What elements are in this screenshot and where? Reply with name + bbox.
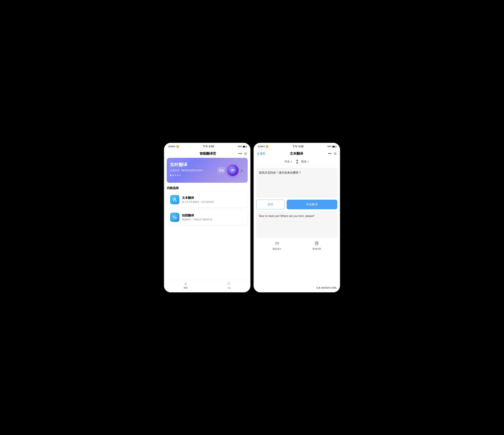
banner-sphere-inner	[230, 167, 236, 173]
home-tab-icon: ⌂	[184, 281, 187, 286]
svg-rect-6	[173, 199, 174, 200]
svg-rect-5	[173, 199, 175, 199]
record-icon-right[interactable]: ⊙	[334, 152, 337, 155]
back-label: 返回	[260, 152, 265, 155]
source-lang-label: 中文	[285, 160, 290, 163]
battery-percent-right: 64%	[327, 145, 332, 148]
action-buttons: 清空 开始翻译	[254, 200, 340, 211]
left-header-icons: ••• ⊙	[238, 152, 247, 155]
source-lang-button[interactable]: 中文 ▼	[285, 160, 292, 163]
svg-rect-1	[231, 170, 234, 171]
section-title: 功能选择	[164, 186, 250, 192]
text-translation-info: 文本翻译 输入文字直接翻译，纯正地道发音	[182, 196, 214, 203]
tab-home[interactable]: ⌂ 首页	[164, 281, 207, 290]
text-translation-title: 文本翻译	[182, 196, 214, 200]
svg-text:Aa: Aa	[175, 217, 177, 219]
banner-graphic: Aa 🔊	[217, 164, 244, 176]
source-lang-arrow-icon: ▼	[290, 161, 292, 163]
more-icon-left[interactable]: •••	[238, 152, 242, 155]
swap-lang-button[interactable]	[295, 159, 299, 164]
output-text-area: Nice to meet you! Where are you from, pl…	[256, 211, 337, 238]
play-translation-button[interactable]: 播放译文	[273, 241, 281, 250]
input-text-area[interactable]: 很高兴见到你！请问你来自哪里？	[256, 168, 337, 198]
watermark: 头条 @职场办公技能	[315, 286, 337, 290]
banner-dot-2[interactable]	[172, 175, 174, 176]
wifi-icon: 📶	[176, 145, 179, 148]
home-tab-label: 首页	[184, 286, 188, 289]
banner-dot-5[interactable]	[179, 175, 181, 176]
record-icon-left[interactable]: ⊙	[244, 152, 247, 155]
banner-sphere	[227, 164, 239, 176]
banner-dot-1[interactable]	[170, 175, 171, 176]
photo-translation-icon-wrap: C Aa	[170, 213, 179, 222]
banner-wave-icon: 🔊	[240, 168, 244, 172]
right-time: 下午 6:56	[292, 145, 304, 148]
input-text: 很高兴见到你！请问你来自哪里？	[259, 171, 301, 174]
feature-photo-translation[interactable]: C Aa 拍照翻译 随拍随译，可编辑文字翻译区域	[167, 210, 248, 225]
left-phone: 无SIM卡 📶 下午 6:56 65% 智能翻译官 ••• ⊙	[164, 143, 250, 292]
translate-button[interactable]: 开始翻译	[287, 200, 337, 209]
left-status-left: 无SIM卡 📶	[168, 145, 179, 148]
copy-result-button[interactable]: 复制结果	[312, 241, 321, 250]
left-status-right: 65%	[238, 145, 246, 148]
play-icon	[275, 241, 279, 246]
target-lang-label: 英语	[301, 160, 306, 163]
back-button[interactable]: ❮ 返回	[257, 152, 265, 155]
battery-icon-right	[332, 146, 336, 147]
lang-selector: 中文 ▼ 英语 ▼	[254, 158, 340, 166]
output-text: Nice to meet you! Where are you from, pl…	[259, 215, 315, 218]
right-signal-text: 无SIM卡	[258, 145, 265, 148]
right-status-bar: 无SIM卡 📶 下午 6:56 64%	[254, 143, 340, 150]
left-app-header: 智能翻译官 ••• ⊙	[164, 150, 250, 158]
left-header-title: 智能翻译官	[177, 151, 238, 156]
output-actions: 播放译文 复制结果	[254, 239, 340, 253]
feature-text-translation[interactable]: 文本翻译 输入文字直接翻译，纯正地道发音	[167, 192, 248, 207]
svg-rect-0	[231, 169, 234, 170]
right-header-icons: ••• ⊙	[328, 152, 337, 155]
back-chevron-icon: ❮	[257, 152, 259, 155]
svg-rect-12	[315, 242, 317, 245]
more-icon-right[interactable]: •••	[328, 152, 332, 155]
banner-dot-4[interactable]	[177, 175, 178, 176]
right-app-header: ❮ 返回 文本翻译 ••• ⊙	[254, 150, 340, 158]
right-phone: 无SIM卡 📶 下午 6:56 64% ❮ 返回 文本翻译 •••	[254, 143, 340, 292]
copy-result-label: 复制结果	[312, 247, 321, 250]
battery-percent-left: 65%	[238, 145, 242, 148]
right-status-right: 64%	[327, 145, 336, 148]
left-tab-bar: ⌂ 首页 下载	[164, 280, 250, 292]
text-translation-icon-wrap	[170, 195, 179, 204]
left-status-bar: 无SIM卡 📶 下午 6:56 65%	[164, 143, 250, 150]
banner-aa-text: Aa	[217, 167, 225, 173]
download-tab-icon	[227, 281, 231, 286]
battery-icon-left	[243, 146, 246, 147]
signal-text: 无SIM卡	[168, 145, 176, 148]
left-time: 下午 6:56	[203, 145, 214, 148]
tab-download[interactable]: 下载	[207, 281, 250, 290]
target-lang-arrow-icon: ▼	[307, 161, 309, 163]
svg-rect-4	[173, 198, 175, 198]
right-status-left: 无SIM卡 📶	[258, 145, 269, 148]
right-wifi-icon: 📶	[266, 145, 269, 148]
banner[interactable]: 实时翻译 边说边译，翻译精准度高达99% Aa	[167, 158, 248, 183]
copy-icon	[315, 241, 319, 246]
photo-translation-title: 拍照翻译	[182, 213, 212, 218]
play-translation-label: 播放译文	[273, 247, 281, 250]
download-tab-label: 下载	[227, 287, 231, 290]
photo-translation-info: 拍照翻译 随拍随译，可编辑文字翻译区域	[182, 213, 212, 221]
svg-rect-2	[231, 171, 233, 172]
text-translation-desc: 输入文字直接翻译，纯正地道发音	[182, 200, 214, 203]
banner-dot-3[interactable]	[175, 175, 176, 176]
photo-translation-desc: 随拍随译，可编辑文字翻译区域	[182, 218, 212, 221]
target-lang-button[interactable]: 英语 ▼	[301, 160, 309, 163]
clear-button[interactable]: 清空	[256, 200, 285, 209]
right-header-title: 文本翻译	[265, 151, 328, 156]
